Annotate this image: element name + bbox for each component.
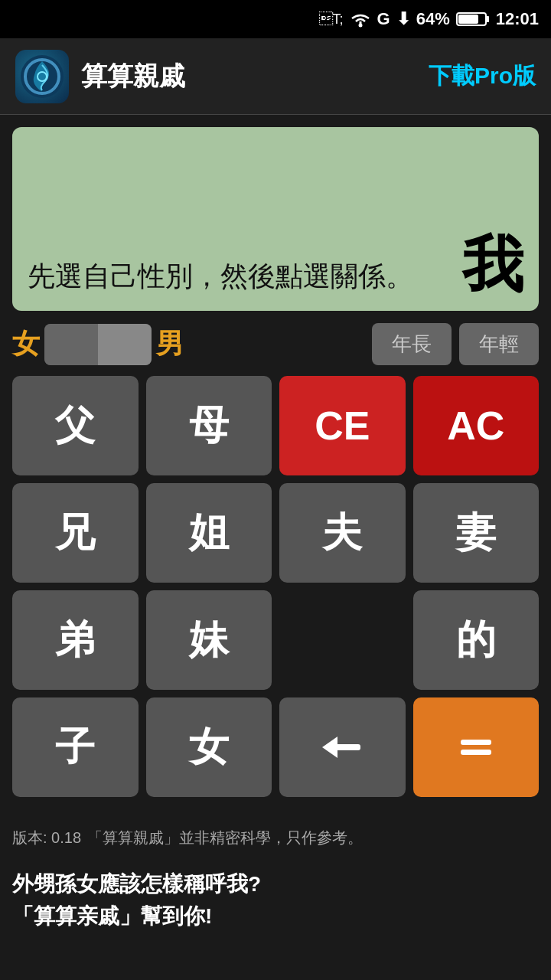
svg-point-5 [37, 72, 47, 81]
gender-row: 女 男 年長 年輕 [12, 323, 539, 365]
display-area: 先選自己性別，然後點選關係。 我 [12, 127, 539, 311]
app-icon [15, 50, 69, 103]
svg-point-0 [358, 24, 362, 28]
son-button[interactable]: 子 [12, 697, 139, 797]
wifi-icon: T; [319, 11, 344, 28]
mother-button[interactable]: 母 [146, 376, 272, 475]
wife-button[interactable]: 妻 [413, 483, 540, 583]
bottom-banner: 外甥孫女應該怎樣稱呼我? 「算算亲戚」幫到你! [0, 856, 551, 933]
banner-line1: 外甥孫女應該怎樣稱呼我? [12, 868, 539, 900]
app-header: 算算親戚 下載Pro版 [0, 38, 551, 115]
svg-rect-7 [334, 744, 360, 750]
download-pro-button[interactable]: 下載Pro版 [429, 60, 536, 92]
older-button[interactable]: 年長 [372, 323, 452, 365]
wifi-icon [350, 11, 371, 28]
ac-button[interactable]: AC [413, 376, 540, 475]
backspace-button[interactable] [279, 697, 406, 797]
battery-percent: 64% [416, 9, 450, 29]
disclaimer-text: 「算算親戚」並非精密科學，只作參考。 [87, 828, 363, 848]
svg-rect-3 [458, 15, 478, 24]
empty-key [279, 590, 406, 690]
banner-line2: 「算算亲戚」幫到你! [12, 900, 539, 933]
status-bar: T; G ⬇ 64% 12:01 [0, 0, 551, 38]
father-button[interactable]: 父 [12, 376, 139, 475]
instructions-text: 先選自己性別，然後點選關係。 [28, 257, 455, 296]
svg-point-4 [21, 55, 64, 98]
husband-button[interactable]: 夫 [279, 483, 406, 583]
elder-brother-button[interactable]: 兄 [12, 483, 139, 583]
keypad: 父 母 CE AC 兄 姐 夫 妻 弟 妹 的 子 女 [12, 376, 539, 797]
equals-icon [457, 733, 495, 761]
daughter-button[interactable]: 女 [146, 697, 272, 797]
back-arrow-icon [319, 730, 365, 764]
signal-bars: ⬇ [396, 9, 410, 29]
svg-rect-8 [461, 740, 491, 745]
svg-rect-2 [486, 16, 489, 22]
footer: 版本: 0.18 「算算親戚」並非精密科學，只作參考。 [0, 820, 551, 856]
ce-button[interactable]: CE [279, 376, 406, 475]
network-indicator: G [377, 9, 390, 29]
time: 12:01 [496, 9, 539, 29]
younger-button[interactable]: 年輕 [459, 323, 539, 365]
male-toggle-button[interactable] [98, 324, 152, 365]
male-label: 男 [156, 325, 184, 363]
version-text: 版本: 0.18 [12, 828, 81, 848]
main-content: 先選自己性別，然後點選關係。 我 女 男 年長 年輕 父 母 CE AC 兄 姐… [0, 115, 551, 820]
age-group: 年長 年輕 [372, 323, 539, 365]
younger-brother-button[interactable]: 弟 [12, 590, 139, 690]
younger-sister-button[interactable]: 妹 [146, 590, 272, 690]
female-label: 女 [12, 325, 40, 363]
elder-sister-button[interactable]: 姐 [146, 483, 272, 583]
equals-button[interactable] [413, 697, 540, 797]
battery-icon [456, 11, 490, 28]
me-label: 我 [462, 234, 523, 296]
de-button[interactable]: 的 [413, 590, 540, 690]
svg-rect-9 [461, 750, 491, 755]
female-toggle-button[interactable] [44, 324, 98, 365]
app-title: 算算親戚 [81, 59, 185, 94]
gender-toggle[interactable] [44, 324, 152, 365]
